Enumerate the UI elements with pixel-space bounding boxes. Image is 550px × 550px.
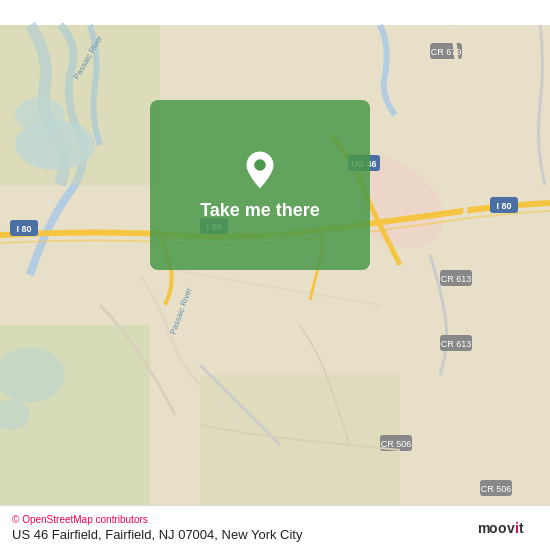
svg-text:CR 506: CR 506 [481,484,512,494]
bottom-left-info: © OpenStreetMap contributors US 46 Fairf… [12,514,302,542]
svg-text:I 80: I 80 [16,224,31,234]
bottom-bar: © OpenStreetMap contributors US 46 Fairf… [0,505,550,550]
svg-rect-5 [0,25,160,185]
svg-text:o: o [489,520,498,536]
svg-text:i: i [515,520,519,536]
svg-text:I 80: I 80 [496,201,511,211]
svg-point-29 [254,159,266,171]
svg-text:o: o [498,520,507,536]
svg-rect-6 [0,325,150,525]
svg-text:v: v [507,520,515,536]
location-pin-icon [240,150,280,190]
svg-text:CR 506: CR 506 [381,439,412,449]
moovit-logo: m o o v i t [478,514,538,542]
map-attribution: © OpenStreetMap contributors [12,514,302,525]
moovit-logo-svg: m o o v i t [478,514,538,542]
svg-text:CR 613: CR 613 [441,339,472,349]
map-container: I 80 I 80 I 80 US 46 CR 679 CR 613 CR 61… [0,0,550,550]
svg-text:t: t [519,520,524,536]
svg-rect-7 [200,375,400,525]
map-background: I 80 I 80 I 80 US 46 CR 679 CR 613 CR 61… [0,0,550,550]
take-me-there-button[interactable]: Take me there [150,100,370,270]
svg-text:CR 613: CR 613 [441,274,472,284]
address-label: US 46 Fairfield, Fairfield, NJ 07004, Ne… [12,527,302,542]
take-me-there-label: Take me there [200,200,320,221]
